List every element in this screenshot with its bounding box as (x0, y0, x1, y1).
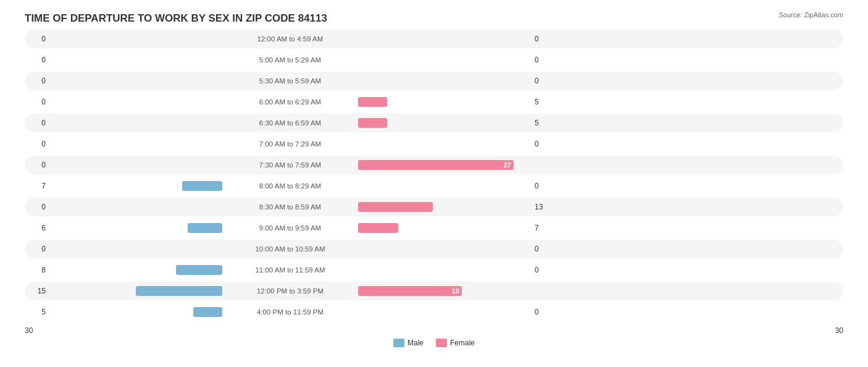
male-value: 5 (25, 308, 49, 316)
legend-female-label: Female (450, 339, 475, 347)
female-value: 0 (531, 35, 556, 43)
male-value: 0 (25, 56, 49, 64)
male-bar-area (49, 223, 222, 233)
female-value: 0 (531, 140, 556, 148)
time-label: 8:30 AM to 8:59 AM (222, 203, 358, 211)
male-value: 0 (25, 35, 49, 43)
female-value: 5 (531, 98, 556, 106)
time-label: 9:00 AM to 9:59 AM (222, 224, 358, 232)
male-bar-area (49, 265, 222, 275)
table-row: 69:00 AM to 9:59 AM7 (25, 219, 843, 237)
chart-area: 012:00 AM to 4:59 AM005:00 AM to 5:29 AM… (25, 30, 843, 321)
legend-male-box (393, 339, 404, 347)
table-row: 012:00 AM to 4:59 AM0 (25, 30, 843, 48)
male-value: 0 (25, 140, 49, 148)
legend-male: Male (393, 339, 424, 347)
legend-female: Female (436, 339, 475, 347)
male-value: 0 (25, 119, 49, 127)
male-value: 7 (25, 182, 49, 190)
female-bar: 18 (358, 286, 462, 296)
male-bar-area (49, 181, 222, 191)
female-bar (358, 97, 387, 107)
female-bar (358, 223, 398, 233)
table-row: 07:30 AM to 7:59 AM27 (25, 156, 843, 174)
time-label: 12:00 AM to 4:59 AM (222, 35, 358, 43)
source-text: Source: ZipAtlas.com (778, 11, 843, 19)
legend: Male Female (25, 339, 843, 347)
time-label: 7:30 AM to 7:59 AM (222, 161, 358, 169)
time-label: 11:00 AM to 11:59 AM (222, 266, 358, 274)
male-bar (182, 181, 222, 191)
male-bar (136, 286, 222, 296)
female-bar (358, 118, 387, 128)
female-value: 0 (531, 245, 556, 253)
male-value: 0 (25, 203, 49, 211)
female-value: 0 (531, 77, 556, 85)
female-value: 7 (531, 224, 556, 232)
chart-title: TIME OF DEPARTURE TO WORK BY SEX IN ZIP … (25, 12, 843, 25)
table-row: 010:00 AM to 10:59 AM0 (25, 240, 843, 258)
time-label: 6:00 AM to 6:29 AM (222, 98, 358, 106)
table-row: 06:00 AM to 6:29 AM5 (25, 93, 843, 111)
male-bar-area (49, 286, 222, 296)
time-label: 6:30 AM to 6:59 AM (222, 119, 358, 127)
table-row: 1512:00 PM to 3:59 PM18 (25, 282, 843, 300)
table-row: 811:00 AM to 11:59 AM0 (25, 261, 843, 279)
male-value: 0 (25, 98, 49, 106)
time-label: 10:00 AM to 10:59 AM (222, 245, 358, 253)
male-value: 6 (25, 224, 49, 232)
time-label: 5:00 AM to 5:29 AM (222, 56, 358, 64)
table-row: 07:00 AM to 7:29 AM0 (25, 135, 843, 153)
female-value: 0 (531, 308, 556, 316)
legend-female-box (436, 339, 447, 347)
time-label: 7:00 AM to 7:29 AM (222, 140, 358, 148)
male-value: 0 (25, 161, 49, 169)
female-bar-area (358, 118, 531, 128)
table-row: 78:00 AM to 8:29 AM0 (25, 177, 843, 195)
table-row: 08:30 AM to 8:59 AM13 (25, 198, 843, 216)
female-bar-area (358, 202, 531, 212)
female-bar-inside-label: 18 (452, 287, 459, 295)
female-value: 5 (531, 119, 556, 127)
female-bar: 27 (358, 160, 514, 170)
axis-labels: 30 30 (25, 326, 843, 335)
female-value: 0 (531, 56, 556, 64)
axis-left: 30 (25, 326, 33, 335)
time-label: 8:00 AM to 8:29 AM (222, 182, 358, 190)
table-row: 05:30 AM to 5:59 AM0 (25, 72, 843, 90)
male-value: 8 (25, 266, 49, 274)
time-label: 4:00 PM to 11:59 PM (222, 308, 358, 316)
table-row: 54:00 PM to 11:59 PM0 (25, 303, 843, 321)
female-value: 0 (531, 182, 556, 190)
female-bar-inside-label: 27 (504, 161, 511, 169)
female-bar-area (358, 97, 531, 107)
female-value: 13 (531, 203, 556, 211)
male-bar (188, 223, 222, 233)
chart-container: TIME OF DEPARTURE TO WORK BY SEX IN ZIP … (0, 0, 868, 367)
female-bar (358, 202, 433, 212)
male-bar-area (49, 307, 222, 317)
time-label: 12:00 PM to 3:59 PM (222, 287, 358, 295)
axis-right: 30 (835, 326, 843, 335)
female-bar-area: 18 (358, 286, 531, 296)
legend-male-label: Male (407, 339, 424, 347)
male-value: 0 (25, 245, 49, 253)
male-value: 0 (25, 77, 49, 85)
time-label: 5:30 AM to 5:59 AM (222, 77, 358, 85)
male-value: 15 (25, 287, 49, 295)
male-bar (193, 307, 222, 317)
table-row: 05:00 AM to 5:29 AM0 (25, 51, 843, 69)
table-row: 06:30 AM to 6:59 AM5 (25, 114, 843, 132)
male-bar (176, 265, 222, 275)
female-value: 0 (531, 266, 556, 274)
female-bar-area (358, 223, 531, 233)
female-bar-area: 27 (358, 160, 531, 170)
